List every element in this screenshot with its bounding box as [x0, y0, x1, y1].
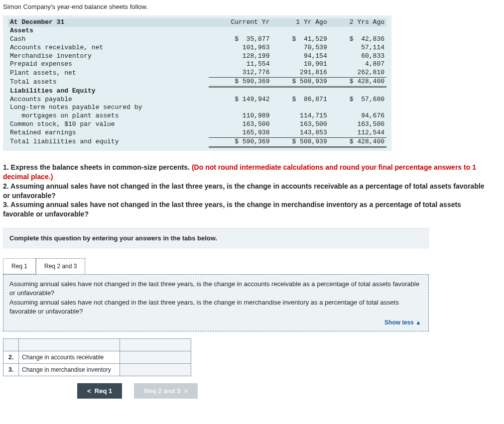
- tab-req2and3[interactable]: Req 2 and 3: [36, 258, 85, 274]
- caret-up-icon: ▲: [415, 319, 421, 326]
- intro-text: Simon Company's year-end balance sheets …: [3, 3, 501, 10]
- row-label: Accounts payable: [8, 96, 209, 104]
- grid-blank-input[interactable]: [120, 338, 191, 351]
- row-label: mortgages on plant assets: [8, 112, 209, 120]
- show-less-toggle[interactable]: Show less ▲: [384, 318, 421, 327]
- chevron-left-icon: <: [87, 387, 91, 395]
- total-assets-label: Total assets: [8, 78, 209, 87]
- chevron-right-icon: >: [184, 387, 188, 395]
- col-1yr: 1 Yr Ago: [271, 18, 329, 27]
- period-header: At December 31: [8, 18, 209, 27]
- col-2yr: 2 Yrs Ago: [329, 18, 386, 27]
- next-button[interactable]: Req 2 and 3 >: [134, 383, 198, 399]
- row-label: Prepaid expenses: [8, 60, 209, 69]
- grid-blank-head[interactable]: [3, 338, 19, 351]
- liabeq-header: Liabilities and Equity: [8, 87, 209, 96]
- grid-row3-label: Change in merchandise inventory: [19, 363, 120, 376]
- grid-row2-label: Change in accounts receivable: [19, 351, 120, 363]
- row-label: Merchandise inventory: [8, 52, 209, 61]
- prev-button[interactable]: < Req 1: [77, 383, 122, 399]
- grid-row2-input[interactable]: [120, 351, 191, 363]
- answer-grid: 2. Change in accounts receivable 3. Chan…: [3, 338, 191, 376]
- total-liab-label: Total liabilities and equity: [8, 137, 209, 147]
- balance-sheet: At December 31 Current Yr 1 Yr Ago 2 Yrs…: [3, 15, 391, 151]
- tab-content: Assuming annual sales have not changed i…: [3, 274, 429, 331]
- col-current: Current Yr: [209, 18, 272, 27]
- row-label: Long-term notes payable secured by: [8, 104, 209, 112]
- tab-req1[interactable]: Req 1: [3, 258, 36, 274]
- grid-row3-num: 3.: [3, 363, 19, 376]
- grid-row3-input[interactable]: [120, 363, 191, 376]
- instruction-bar: Complete this question by entering your …: [3, 228, 429, 248]
- row-label: Accounts receivable, net: [8, 44, 209, 52]
- question-block: 1. Express the balance sheets in common-…: [3, 163, 491, 219]
- grid-row2-num: 2.: [3, 351, 19, 363]
- assets-header: Assets: [8, 27, 209, 35]
- row-label: Plant assets, net: [8, 69, 209, 77]
- row-label: Retained earnings: [8, 129, 209, 137]
- row-label: Common stock, $10 par value: [8, 120, 209, 129]
- grid-blank-label[interactable]: [19, 338, 120, 351]
- row-label: Cash: [8, 35, 209, 44]
